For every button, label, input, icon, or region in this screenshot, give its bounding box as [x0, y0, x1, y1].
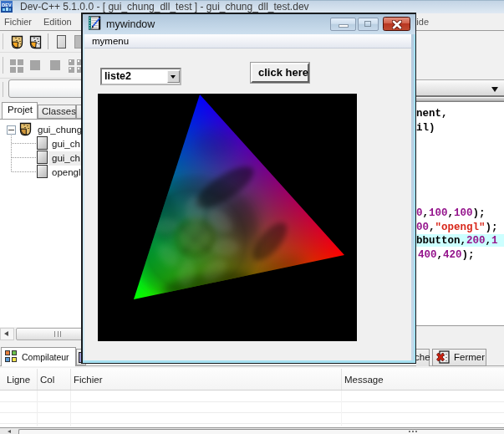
svg-text:DEV: DEV: [2, 3, 12, 8]
